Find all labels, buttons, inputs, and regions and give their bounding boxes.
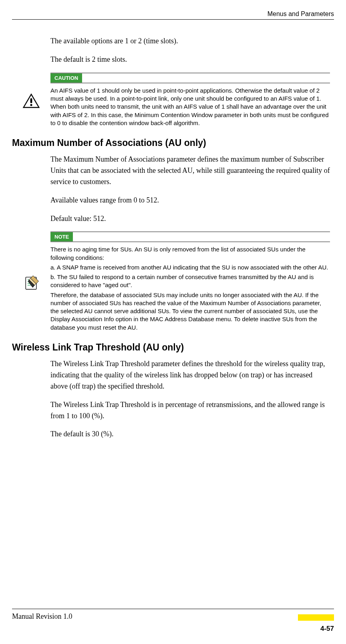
section1-p2: Available values range from 0 to 512. bbox=[12, 195, 334, 206]
note-body: There is no aging time for SUs. An SU is… bbox=[50, 245, 330, 332]
caution-tag-row: CAUTION bbox=[50, 73, 330, 83]
note-p1: There is no aging time for SUs. An SU is… bbox=[50, 245, 330, 262]
section-heading-wireless-trap: Wireless Link Trap Threshold (AU only) bbox=[12, 342, 334, 353]
note-p2: a. A SNAP frame is received from another… bbox=[50, 263, 330, 271]
note-tag-row: NOTE bbox=[50, 231, 330, 242]
intro-p2: The default is 2 time slots. bbox=[12, 54, 334, 65]
note-p3: b. The SU failed to respond to a certain… bbox=[50, 273, 330, 290]
caution-callout: CAUTION An AIFS value of 1 should only b… bbox=[12, 73, 334, 129]
svg-point-3 bbox=[30, 104, 32, 106]
svg-rect-2 bbox=[30, 98, 32, 103]
footer-yellow-bar bbox=[298, 614, 334, 621]
caution-triangle-icon bbox=[22, 93, 41, 109]
section1-p1: The Maximum Number of Associations param… bbox=[12, 154, 334, 188]
footer-page-number: 4-57 bbox=[320, 625, 334, 633]
footer-revision: Manual Revision 1.0 bbox=[12, 612, 72, 621]
intro-p1: The available options are 1 or 2 (time s… bbox=[12, 36, 334, 47]
note-pencil-icon bbox=[22, 273, 40, 292]
document-page: Menus and Parameters The available optio… bbox=[0, 0, 346, 644]
section2-p3: The default is 30 (%). bbox=[12, 429, 334, 440]
page-header-rule: Menus and Parameters bbox=[12, 10, 334, 20]
note-p4: Therefore, the database of associated SU… bbox=[50, 291, 330, 332]
note-callout: NOTE There is no aging time for SUs. An … bbox=[12, 231, 334, 333]
section2-p1: The Wireless Link Trap Threshold paramet… bbox=[12, 358, 334, 392]
section1-p3: Default value: 512. bbox=[12, 213, 334, 225]
caution-label: CAUTION bbox=[50, 73, 82, 83]
page-header-title: Menus and Parameters bbox=[268, 10, 334, 18]
note-icon-column bbox=[12, 231, 50, 333]
note-text-column: NOTE There is no aging time for SUs. An … bbox=[50, 231, 334, 333]
footer-row-bottom: 4-57 bbox=[12, 625, 334, 633]
footer-row-top: Manual Revision 1.0 bbox=[12, 609, 334, 621]
caution-icon-column bbox=[12, 73, 50, 129]
caution-text-column: CAUTION An AIFS value of 1 should only b… bbox=[50, 73, 334, 129]
page-footer: Manual Revision 1.0 4-57 bbox=[12, 609, 334, 633]
section-heading-max-associations: Maximum Number of Associations (AU only) bbox=[12, 138, 334, 148]
note-label: NOTE bbox=[50, 232, 73, 241]
section2-p2: The Wireless Link Trap Threshold is in p… bbox=[12, 399, 334, 422]
caution-body: An AIFS value of 1 should only be used i… bbox=[50, 87, 330, 127]
caution-text: An AIFS value of 1 should only be used i… bbox=[50, 87, 330, 127]
